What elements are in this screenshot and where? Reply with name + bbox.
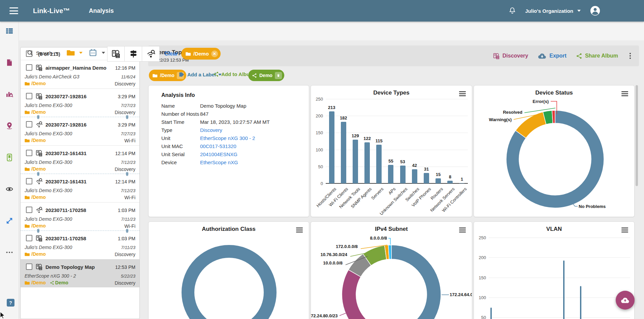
result-folder[interactable]: /Demo <box>25 223 46 228</box>
search-dropdown[interactable]: Search <box>27 50 58 56</box>
result-unit-name: Julio's Demo EXG-300 <box>25 216 72 222</box>
chart-menu-icon[interactable] <box>296 227 303 233</box>
result-list-item[interactable]: 20230711-170258 1:03 PM Julio's Demo EXG… <box>21 231 139 259</box>
nav-section-analysis[interactable]: Analysis <box>89 7 114 14</box>
chart-menu-icon[interactable] <box>459 227 466 233</box>
info-label: Unit MAC <box>161 143 183 149</box>
result-title: 20230711-170258 <box>45 236 86 241</box>
date-filter-dropdown[interactable] <box>89 48 105 57</box>
result-folder[interactable]: /Demo <box>25 81 46 86</box>
folder-filter-dropdown[interactable] <box>67 49 83 56</box>
result-checkbox[interactable] <box>26 93 32 99</box>
result-folder[interactable]: /Demo <box>25 194 46 200</box>
chart-menu-icon[interactable] <box>459 91 466 96</box>
chart-title: Device Status <box>474 90 634 96</box>
units-nav-icon[interactable] <box>5 153 13 162</box>
share-album-button[interactable]: Share Album <box>576 53 618 59</box>
result-list-item[interactable]: Demo Topology Map 12:53 PM EtherScope nX… <box>21 259 139 287</box>
more-nav-icon[interactable] <box>5 248 13 256</box>
result-unit-name: Julio's Demo EXG-300 <box>25 160 72 165</box>
result-title: 20230712-161431 <box>45 179 87 184</box>
result-list-item[interactable]: airmapper_Hamina Demo 12:16 PM Julio's D… <box>21 60 139 88</box>
chart-menu-icon[interactable] <box>621 227 628 233</box>
folder-icon <box>25 138 30 143</box>
result-folder[interactable]: /Demo <box>25 166 46 172</box>
authorization-class-panel: Authorization Class <box>148 221 309 319</box>
export-button[interactable]: Export <box>538 52 567 59</box>
clear-filters-button[interactable]: Clear <box>164 51 178 57</box>
observer-eye-nav-icon[interactable] <box>5 185 13 193</box>
organization-selector[interactable]: Julio's Organization <box>525 8 581 14</box>
device-types-bar <box>447 181 453 183</box>
result-list-item[interactable]: 20230727-192816 3:29 PM Julio's Demo EXG… <box>21 117 139 145</box>
results-list-nav-icon[interactable] <box>5 27 13 35</box>
info-value[interactable]: 2041004ESNXG <box>200 151 237 157</box>
remove-filter-icon[interactable]: ✕ <box>211 50 218 57</box>
info-label: Unit <box>161 135 170 141</box>
wifi-result-icon <box>35 206 43 214</box>
discovery-result-icon <box>35 93 43 100</box>
result-type: Discovery <box>115 81 135 86</box>
chevron-down-icon <box>55 52 58 54</box>
result-checkbox[interactable] <box>26 150 32 156</box>
result-checkbox[interactable] <box>26 263 32 270</box>
help-button[interactable]: ? <box>7 299 14 307</box>
discovery-search-icon <box>111 49 121 59</box>
analysis-nav-icon[interactable] <box>5 90 13 98</box>
path-analysis-toggle[interactable] <box>125 46 142 62</box>
maps-nav-icon[interactable] <box>5 122 13 130</box>
album-chip[interactable]: Demo <box>248 70 284 81</box>
result-folder[interactable]: /Demo <box>25 251 46 257</box>
info-value[interactable]: Discovery <box>200 127 222 133</box>
calendar-icon <box>89 48 97 57</box>
chart-menu-icon[interactable] <box>621 91 628 96</box>
donut-label-warnings: Warning(s) <box>489 117 512 122</box>
result-checkbox[interactable] <box>26 121 32 128</box>
tag-icon <box>179 71 185 78</box>
result-checkbox[interactable] <box>26 178 32 184</box>
result-folder[interactable]: /Demo <box>25 109 46 115</box>
account-avatar[interactable] <box>589 5 601 16</box>
result-album[interactable]: Demo <box>50 280 68 285</box>
discovery-results-toggle[interactable] <box>107 46 125 62</box>
result-checkbox[interactable] <box>26 64 32 71</box>
info-value: Mar 18, 2023, 10:27:57 AM MT <box>200 119 270 125</box>
device-types-panel: Device Types 050100150200250213Hosts/Cli… <box>311 85 472 217</box>
wifi-result-icon <box>35 178 43 185</box>
device-types-bar <box>436 178 441 183</box>
link-test-nav-icon[interactable] <box>5 217 13 225</box>
remove-album-trash-icon[interactable] <box>275 72 282 79</box>
menu-icon[interactable] <box>9 7 18 14</box>
search-icon <box>27 50 33 56</box>
upload-fab-button[interactable] <box>616 291 635 310</box>
info-value[interactable]: EtherScope nXG <box>200 160 238 165</box>
info-value: 847 <box>200 111 208 117</box>
linked-results-separator <box>21 117 139 117</box>
notifications-bell-icon[interactable] <box>508 7 516 15</box>
reports-nav-icon[interactable] <box>5 59 13 67</box>
result-list-item[interactable]: 20230712-161431 12:14 PM Julio's Demo EX… <box>21 145 139 174</box>
result-checkbox[interactable] <box>26 235 32 241</box>
donut-label-8000-8: 8.0.0.0/8 <box>370 236 387 241</box>
discovery-icon <box>493 52 500 60</box>
info-value[interactable]: 00C017-531320 <box>200 143 236 149</box>
more-options-kebab[interactable] <box>627 52 633 60</box>
vlan-bar <box>563 260 565 319</box>
result-list-item[interactable]: 20230711-170258 1:03 PM Julio's Demo EXG… <box>21 202 139 231</box>
result-folder[interactable]: /Demo Demo <box>25 280 68 285</box>
result-checkbox[interactable] <box>26 207 32 213</box>
result-folder[interactable]: /Demo <box>25 138 46 143</box>
info-value[interactable]: EtherScope nXG 300 - 2 <box>200 135 255 141</box>
info-label: Device <box>161 160 177 165</box>
result-list-item[interactable]: 20230712-161431 12:14 PM Julio's Demo EX… <box>21 174 139 202</box>
result-title: 20230727-192816 <box>45 94 87 99</box>
result-list-item[interactable]: 20230727-192816 3:29 PM Julio's Demo EXG… <box>21 88 139 117</box>
active-folder-filter-chip[interactable]: /Demo ✕ <box>181 48 221 60</box>
chevron-down-icon <box>102 52 105 54</box>
left-nav-rail <box>0 22 19 319</box>
vertical-scrollbar[interactable] <box>636 85 638 186</box>
folder-icon <box>25 252 30 256</box>
discovery-action-button[interactable]: Discovery <box>493 52 528 60</box>
wifi-results-toggle[interactable] <box>142 46 160 62</box>
result-title: airmapper_Hamina Demo <box>45 65 106 71</box>
